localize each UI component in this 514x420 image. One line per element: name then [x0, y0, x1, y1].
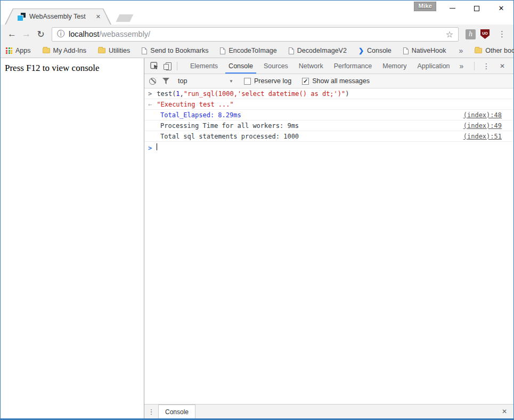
execution-context-select[interactable]: top ▼: [178, 77, 233, 85]
tab-console[interactable]: Console: [223, 58, 258, 74]
minimize-button[interactable]: [440, 1, 464, 16]
minimize-icon: [450, 8, 455, 9]
devtools-panel: Elements Console Sources Network Perform…: [144, 58, 513, 418]
bookmark-label: Send to Bookmarks: [150, 47, 208, 54]
tab-strip: WebAssembly Test ✕ Mike ✕: [1, 1, 513, 25]
navigation-toolbar: ← → ↻ ⓘ localhost/webassembly/ ☆ h UO ⋮: [1, 25, 513, 44]
show-all-messages-label[interactable]: Show all messages: [312, 77, 370, 85]
source-link[interactable]: (index):49: [457, 122, 502, 130]
window-controls: ✕: [440, 1, 513, 16]
clear-console-icon[interactable]: [149, 78, 156, 85]
inspect-element-button[interactable]: [148, 60, 161, 72]
show-all-messages-checkbox[interactable]: ✓: [302, 78, 309, 85]
tab-application[interactable]: Application: [412, 58, 455, 74]
content-area: Press F12 to view console Elements Conso…: [1, 58, 513, 418]
refresh-button[interactable]: ↻: [34, 27, 48, 42]
source-link[interactable]: (index):48: [457, 111, 502, 119]
page-info-icon[interactable]: ⓘ: [57, 29, 64, 39]
bookmark-decodeimagev2[interactable]: DecodeImageV2: [289, 47, 347, 54]
bookmark-send-to-bookmarks[interactable]: Send to Bookmarks: [142, 47, 208, 54]
bookmark-label: DecodeImageV2: [297, 47, 347, 54]
drawer-close-icon[interactable]: ✕: [495, 405, 513, 418]
back-button[interactable]: ←: [5, 27, 19, 42]
console-output[interactable]: > test(1,"run_sql(1000,'select datetime(…: [144, 88, 513, 404]
drawer-tab-console[interactable]: Console: [158, 405, 195, 418]
device-toolbar-icon: [164, 62, 172, 70]
tab-close-icon[interactable]: ✕: [96, 13, 101, 20]
bookmark-star-icon[interactable]: ☆: [446, 29, 453, 39]
page-icon: [403, 47, 409, 54]
result-arrow-icon: ←: [148, 101, 152, 108]
log-text: Total_Elapsed: 8.29ms: [160, 111, 241, 119]
device-toolbar-button[interactable]: [161, 60, 174, 72]
console-log-row: Processing Time for all workers: 9ms (in…: [144, 120, 513, 131]
source-link[interactable]: (index):51: [457, 133, 502, 140]
folder-icon: [475, 48, 482, 53]
page-icon: [142, 47, 147, 54]
context-value: top: [178, 77, 187, 85]
folder-icon: [43, 48, 50, 53]
tab-sources[interactable]: Sources: [258, 58, 293, 74]
tab-network[interactable]: Network: [293, 58, 329, 74]
forward-button: →: [19, 27, 34, 42]
inspect-cursor-icon: [150, 62, 159, 70]
bookmark-label: My Add-Ins: [53, 47, 87, 54]
toolbar-separator: [474, 62, 475, 70]
blue-chevron-icon: ❯: [358, 47, 364, 54]
address-bar[interactable]: ⓘ localhost/webassembly/ ☆: [52, 27, 459, 42]
preserve-log-label[interactable]: Preserve log: [254, 77, 291, 85]
result-text: "Executing test ...": [157, 101, 234, 108]
close-window-button[interactable]: ✕: [489, 1, 513, 16]
profile-badge[interactable]: Mike: [414, 2, 436, 11]
url-text[interactable]: localhost/webassembly/: [69, 30, 442, 38]
bookmark-console[interactable]: ❯ Console: [358, 47, 391, 54]
browser-tab[interactable]: WebAssembly Test ✕: [5, 9, 111, 25]
tab-elements[interactable]: Elements: [185, 58, 223, 74]
devtools-close-icon[interactable]: ✕: [495, 62, 510, 70]
drawer-tab-label: Console: [165, 408, 189, 416]
prompt-chevron-icon: >: [148, 144, 152, 152]
apps-label: Apps: [15, 47, 31, 54]
bookmark-encodetoimage[interactable]: EncodeToImage: [220, 47, 276, 54]
maximize-button[interactable]: [464, 1, 489, 16]
bookmark-nativehook[interactable]: NativeHook: [403, 47, 446, 54]
bookmark-label: NativeHook: [412, 47, 446, 54]
drawer-menu-icon[interactable]: ⋮: [144, 405, 158, 418]
command-chevron-icon: >: [148, 90, 152, 98]
preserve-log-checkbox[interactable]: ✓: [244, 78, 251, 85]
folder-icon: [98, 48, 105, 53]
browser-menu-icon[interactable]: ⋮: [495, 29, 509, 39]
web-page: Press F12 to view console: [1, 58, 144, 418]
maximize-icon: [474, 6, 479, 11]
console-prompt[interactable]: >: [144, 142, 513, 153]
tab-title: WebAssembly Test: [29, 13, 92, 20]
console-command-row: > test(1,"run_sql(1000,'select datetime(…: [144, 88, 513, 99]
other-bookmarks-label: Other bookmarks: [485, 47, 514, 54]
ublock-shield-icon[interactable]: UO: [480, 29, 489, 39]
new-tab-button[interactable]: [116, 14, 134, 22]
bookmark-label: Console: [367, 47, 391, 54]
extension-h-icon[interactable]: h: [466, 29, 476, 39]
devtools-drawer: ⋮ Console ✕: [144, 404, 513, 418]
filter-icon[interactable]: [162, 78, 169, 84]
log-text: Processing Time for all workers: 9ms: [160, 122, 299, 130]
bookmark-label: EncodeToImage: [229, 47, 276, 54]
other-bookmarks[interactable]: Other bookmarks: [475, 47, 514, 54]
tab-performance[interactable]: Performance: [329, 58, 378, 74]
text-caret: [157, 143, 157, 150]
toolbar-separator: [177, 62, 177, 70]
apps-shortcut[interactable]: Apps: [6, 47, 31, 54]
bookmarks-bar: Apps My Add-Ins Utilities Send to Bookma…: [1, 44, 513, 58]
console-filter-bar: top ▼ ✓ Preserve log ✓ Show all messages: [144, 74, 513, 88]
tab-favicon-icon: [18, 13, 26, 21]
apps-grid-icon: [6, 47, 12, 54]
tab-memory[interactable]: Memory: [377, 58, 412, 74]
bookmark-utilities[interactable]: Utilities: [98, 47, 130, 54]
check-icon: ✓: [303, 78, 308, 84]
bookmark-my-add-ins[interactable]: My Add-Ins: [43, 47, 87, 54]
devtools-menu-icon[interactable]: ⋮: [478, 62, 495, 70]
page-icon: [220, 47, 225, 54]
close-window-icon: ✕: [499, 4, 504, 12]
bookmarks-overflow-icon[interactable]: »: [459, 46, 463, 55]
tabs-overflow-icon[interactable]: »: [455, 62, 468, 70]
